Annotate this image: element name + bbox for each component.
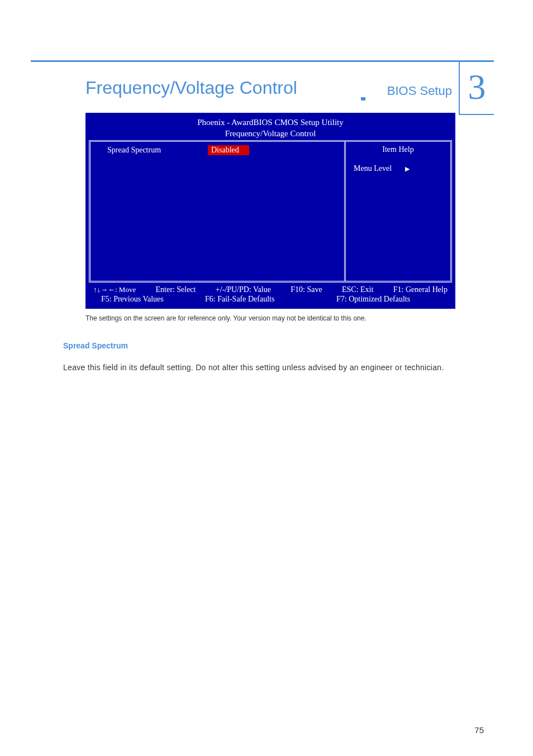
bios-setting-value[interactable]: Disabled bbox=[208, 145, 249, 155]
subsection-heading: Spread Spectrum bbox=[63, 341, 494, 350]
bios-menu-level: Menu Level ▶ bbox=[351, 164, 445, 173]
footer-value: +/-/PU/PD: Value bbox=[216, 285, 271, 294]
footer-save: F10: Save bbox=[291, 285, 322, 294]
footer-help: F1: General Help bbox=[393, 285, 448, 294]
footer-f6: F6: Fail-Safe Defaults bbox=[205, 295, 336, 304]
menu-level-label: Menu Level bbox=[354, 164, 392, 173]
header-tick bbox=[361, 97, 365, 101]
bios-title-line2: Frequency/Voltage Control bbox=[225, 129, 316, 138]
page-number: 75 bbox=[474, 725, 484, 735]
bios-title-line1: Phoenix - AwardBIOS CMOS Setup Utility bbox=[197, 118, 344, 127]
footer-move: ↑↓→←: Move bbox=[93, 285, 136, 294]
section-label: BIOS Setup bbox=[387, 84, 452, 98]
bios-row-spread-spectrum[interactable]: Spread Spectrum Disabled bbox=[96, 145, 339, 155]
chapter-number-box: 3 bbox=[459, 60, 494, 115]
bios-setting-label: Spread Spectrum bbox=[96, 146, 208, 155]
arrow-right-icon: ▶ bbox=[405, 165, 410, 173]
bios-caption: The settings on the screen are for refer… bbox=[85, 313, 455, 323]
page-header: BIOS Setup 3 bbox=[31, 60, 494, 62]
footer-enter: Enter: Select bbox=[156, 285, 196, 294]
bios-settings-pane[interactable]: Spread Spectrum Disabled bbox=[91, 142, 344, 281]
footer-f5: F5: Previous Values bbox=[93, 295, 205, 304]
bios-help-pane: Item Help Menu Level ▶ bbox=[344, 142, 450, 281]
bios-footer: ↑↓→←: Move Enter: Select +/-/PU/PD: Valu… bbox=[87, 283, 454, 308]
bios-panel: Phoenix - AwardBIOS CMOS Setup Utility F… bbox=[85, 113, 455, 309]
footer-exit: ESC: Exit bbox=[342, 285, 373, 294]
chapter-number: 3 bbox=[468, 69, 486, 105]
subsection-body: Leave this field in its default setting.… bbox=[63, 361, 482, 375]
bios-title: Phoenix - AwardBIOS CMOS Setup Utility F… bbox=[87, 114, 454, 140]
header-rule bbox=[31, 60, 494, 62]
footer-f7: F7: Optimized Defaults bbox=[336, 295, 448, 304]
bios-body: Spread Spectrum Disabled Item Help Menu … bbox=[89, 140, 452, 283]
bios-help-title: Item Help bbox=[351, 145, 445, 154]
